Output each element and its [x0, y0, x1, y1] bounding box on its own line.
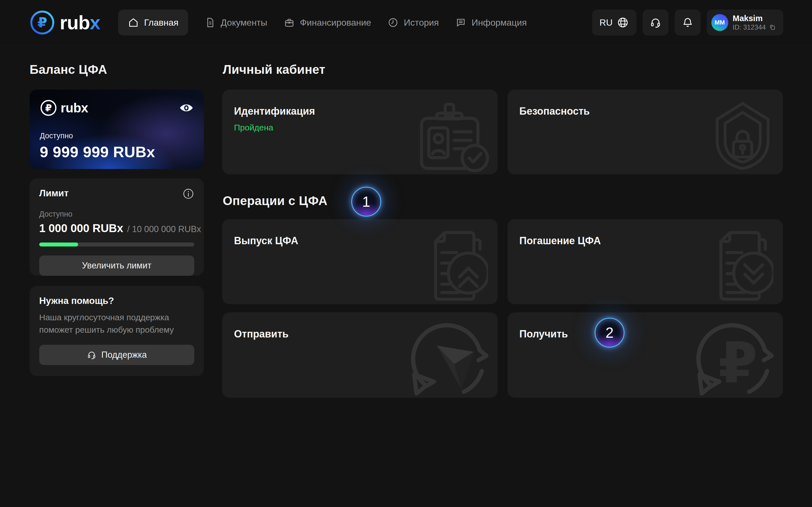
help-description: Наша круглосуточная поддержка поможет ре…: [39, 311, 194, 336]
support-contact-label: Поддержка: [101, 350, 147, 360]
chat-icon: [455, 17, 466, 28]
limit-card-header: Лимит: [39, 188, 194, 200]
help-card: Нужна помощь? Наша круглосуточная поддер…: [30, 286, 204, 376]
user-account-chip[interactable]: MM Maksim ID: 312344: [707, 10, 783, 36]
svg-text:₽: ₽: [38, 15, 47, 31]
user-avatar: MM: [711, 14, 728, 31]
security-title: Безопасность: [519, 105, 771, 117]
user-id-row: ID: 312344: [733, 24, 776, 31]
redeem-dfa-card[interactable]: Погашение ЦФА: [507, 219, 783, 304]
main-nav: Главная Документы Финансирование История…: [118, 10, 527, 36]
user-id-value: ID: 312344: [733, 24, 766, 31]
avatar-initials: MM: [714, 19, 725, 26]
support-button[interactable]: [643, 10, 668, 36]
security-card[interactable]: Безопасность: [507, 90, 783, 174]
tutorial-step-2-badge[interactable]: 2: [595, 318, 624, 348]
operations-section-title: Операции с ЦФА: [223, 194, 327, 208]
send-card[interactable]: Отправить: [222, 313, 498, 398]
limit-progress-track: [39, 242, 194, 246]
user-meta: Maksim ID: 312344: [733, 14, 776, 31]
limit-title: Лимит: [39, 188, 68, 199]
nav-label: Информация: [471, 17, 527, 28]
step-number: 2: [606, 324, 614, 341]
nav-item-documents[interactable]: Документы: [204, 10, 267, 36]
increase-limit-label: Увеличить лимит: [82, 261, 151, 271]
nav-item-home[interactable]: Главная: [118, 10, 188, 36]
send-title: Отправить: [234, 328, 486, 340]
ruble-logo-icon-white: ₽: [40, 99, 57, 117]
balance-card-brand: ₽ rubx: [40, 99, 88, 117]
help-title: Нужна помощь?: [39, 295, 194, 306]
document-icon: [204, 17, 216, 28]
info-icon[interactable]: [183, 188, 194, 200]
balance-card-wordmark: rubx: [61, 100, 88, 115]
support-contact-button[interactable]: Поддержка: [39, 345, 194, 365]
user-name: Maksim: [733, 14, 776, 22]
balance-card[interactable]: ₽ rubx Доступно 9 999 999 RUBx: [30, 90, 204, 169]
receive-title: Получить: [519, 328, 771, 340]
nav-label: История: [404, 17, 439, 28]
language-switcher[interactable]: RU: [592, 10, 636, 36]
identification-status-badge: Пройдена: [234, 123, 486, 132]
notifications-button[interactable]: [675, 10, 701, 36]
copy-icon[interactable]: [769, 24, 776, 31]
toggle-balance-visibility-eye-icon[interactable]: [179, 102, 194, 114]
ruble-logo-icon: ₽: [29, 10, 55, 36]
nav-item-information[interactable]: Информация: [455, 10, 527, 36]
nav-label: Главная: [144, 17, 179, 28]
svg-text:₽: ₽: [45, 103, 52, 113]
balance-available-label: Доступно: [40, 131, 155, 140]
limit-max-value: / 10 000 000 RUBx: [127, 224, 201, 234]
limit-available-label: Доступно: [39, 210, 194, 219]
top-navigation-bar: ₽ rubx Главная Документы Финансирование …: [0, 0, 812, 45]
step-number: 1: [362, 193, 370, 210]
identification-title: Идентификация: [234, 105, 486, 117]
limit-values: 1 000 000 RUBx / 10 000 000 RUBx: [39, 222, 194, 235]
header-controls: RU MM Maksim ID: 312344: [592, 10, 783, 36]
clock-icon: [388, 17, 399, 28]
limit-progress-fill: [39, 242, 78, 246]
issue-dfa-title: Выпуск ЦФА: [234, 235, 486, 247]
briefcase-icon: [284, 17, 295, 28]
dashboard-page: ₽ rubx Главная Документы Финансирование …: [0, 0, 812, 507]
brand-logo[interactable]: ₽ rubx: [29, 10, 100, 36]
tutorial-step-1-badge[interactable]: 1: [351, 187, 381, 217]
globe-icon: [617, 16, 629, 29]
home-icon: [128, 17, 139, 28]
headset-icon: [649, 16, 662, 29]
balance-card-header: ₽ rubx: [40, 99, 194, 117]
nav-label: Документы: [221, 17, 267, 28]
account-section-title: Личный кабинет: [223, 62, 325, 76]
issue-dfa-card[interactable]: Выпуск ЦФА: [222, 219, 498, 304]
bell-icon: [681, 16, 694, 29]
nav-label: Финансирование: [300, 17, 371, 28]
redeem-dfa-title: Погашение ЦФА: [519, 235, 771, 247]
balance-section-title: Баланс ЦФА: [30, 62, 107, 76]
balance-amount-block: Доступно 9 999 999 RUBx: [40, 131, 155, 161]
identification-card[interactable]: Идентификация Пройдена: [222, 90, 498, 174]
headset-icon: [87, 350, 97, 360]
receive-card[interactable]: Получить ₽: [507, 313, 783, 398]
limit-card: Лимит Доступно 1 000 000 RUBx / 10 000 0…: [30, 178, 204, 276]
balance-amount: 9 999 999 RUBx: [40, 143, 155, 161]
increase-limit-button[interactable]: Увеличить лимит: [39, 256, 194, 276]
nav-item-history[interactable]: История: [388, 10, 439, 36]
brand-wordmark: rubx: [60, 13, 100, 32]
nav-item-financing[interactable]: Финансирование: [284, 10, 371, 36]
limit-current-value: 1 000 000 RUBx: [39, 222, 123, 235]
language-code: RU: [599, 17, 612, 28]
